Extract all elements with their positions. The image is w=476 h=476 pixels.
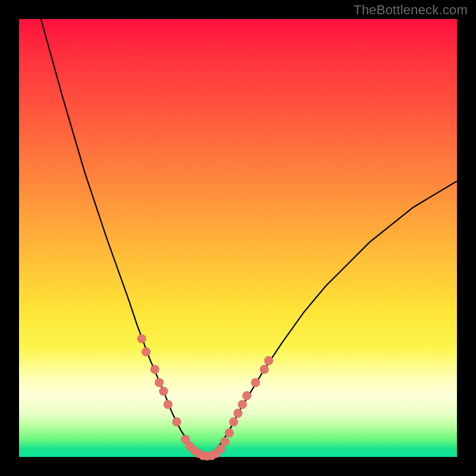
data-marker bbox=[137, 334, 146, 343]
data-marker bbox=[238, 400, 247, 409]
data-marker bbox=[264, 356, 273, 365]
data-marker bbox=[159, 387, 168, 396]
chart-frame: TheBottleneck.com bbox=[0, 0, 476, 476]
data-marker bbox=[172, 418, 181, 427]
data-marker bbox=[251, 378, 260, 387]
data-marker bbox=[242, 391, 251, 400]
data-marker bbox=[155, 378, 164, 387]
data-marker bbox=[151, 365, 159, 374]
curve-layer bbox=[19, 19, 457, 457]
data-marker bbox=[142, 347, 151, 356]
marker-group bbox=[137, 334, 273, 461]
curve-left-branch bbox=[41, 19, 208, 457]
plot-area bbox=[19, 19, 457, 457]
data-marker bbox=[225, 428, 234, 437]
watermark-text: TheBottleneck.com bbox=[353, 2, 468, 18]
data-marker bbox=[234, 409, 243, 418]
data-marker bbox=[164, 400, 173, 409]
curve-right-branch bbox=[207, 181, 457, 457]
data-marker bbox=[220, 437, 229, 446]
data-marker bbox=[229, 418, 238, 427]
data-marker bbox=[260, 365, 269, 374]
